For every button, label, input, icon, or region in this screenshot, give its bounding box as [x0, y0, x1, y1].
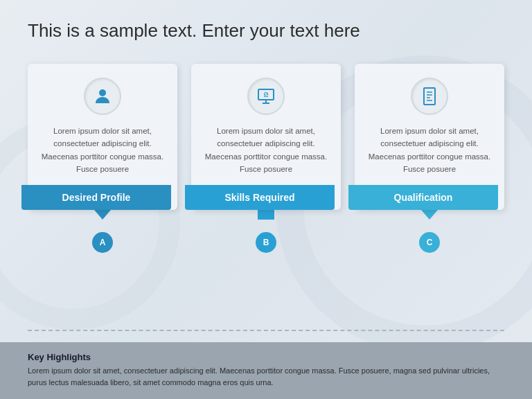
card-2: $ Lorem ipsum dolor sit amet, consectetu…: [191, 64, 341, 211]
card-3-text: Lorem ipsum dolor sit amet, consectetuer…: [367, 125, 492, 176]
icon-circle-1: [84, 78, 121, 115]
card-2-pointer: [258, 210, 274, 220]
card-1: Lorem ipsum dolor sit amet, consectetuer…: [28, 64, 177, 211]
cards-row: Lorem ipsum dolor sit amet, consectetuer…: [28, 64, 504, 254]
card-1-pointer: [94, 210, 111, 220]
icon-circle-3: [411, 78, 448, 115]
timeline-line: [28, 330, 504, 331]
card-3-pointer: [421, 210, 438, 220]
footer-text: Lorem ipsum dolor sit amet, consectetuer…: [28, 365, 504, 388]
main-container: This is a sample text. Enter your text h…: [0, 0, 532, 253]
svg-rect-6: [424, 88, 435, 105]
card-2-label: Skills Required: [185, 185, 335, 210]
footer-title: Key Highlights: [28, 352, 504, 362]
card-3: Lorem ipsum dolor sit amet, consectetuer…: [355, 64, 504, 211]
timeline-node-c: C: [419, 232, 440, 253]
card-1-label: Desired Profile: [21, 185, 171, 210]
card-wrapper-3: Lorem ipsum dolor sit amet, consectetuer…: [355, 64, 504, 254]
person-icon: [93, 87, 112, 106]
card-1-text: Lorem ipsum dolor sit amet, consectetuer…: [40, 125, 165, 176]
footer: Key Highlights Lorem ipsum dolor sit ame…: [0, 342, 532, 399]
card-wrapper-2: $ Lorem ipsum dolor sit amet, consectetu…: [191, 64, 341, 254]
svg-point-0: [99, 89, 106, 96]
card-3-label: Qualification: [348, 185, 498, 210]
presentation-icon: $: [256, 87, 276, 106]
icon-circle-2: $: [247, 78, 285, 115]
timeline-node-b: B: [256, 232, 276, 253]
svg-text:$: $: [265, 91, 268, 98]
card-wrapper-1: Lorem ipsum dolor sit amet, consectetuer…: [28, 64, 177, 254]
page-title: This is a sample text. Enter your text h…: [28, 19, 504, 43]
document-icon: [420, 87, 439, 106]
card-2-text: Lorem ipsum dolor sit amet, consectetuer…: [204, 125, 328, 176]
timeline-node-a: A: [92, 232, 113, 253]
